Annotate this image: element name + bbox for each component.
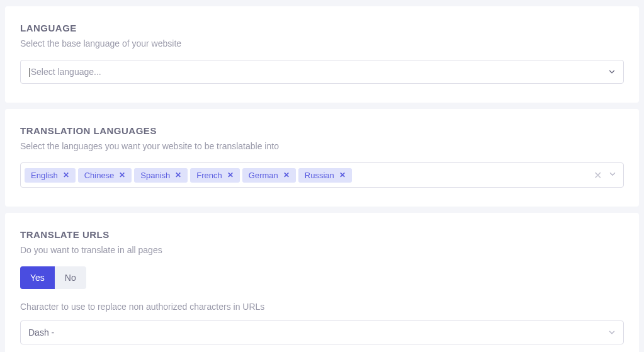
tag-label: Chinese xyxy=(84,171,115,180)
multiselect-controls: ✕ xyxy=(594,169,617,181)
urls-desc: Do you want to translate in all pages xyxy=(20,245,624,255)
no-button[interactable]: No xyxy=(55,266,86,289)
language-desc: Select the base language of your website xyxy=(20,38,624,48)
language-select-wrapper: |Select language... xyxy=(20,60,624,84)
language-tag: Chinese ✕ xyxy=(78,168,132,183)
remove-tag-icon[interactable]: ✕ xyxy=(62,171,71,179)
tag-label: Spanish xyxy=(140,171,170,180)
remove-tag-icon[interactable]: ✕ xyxy=(338,171,347,179)
language-tag: Spanish ✕ xyxy=(134,168,188,183)
language-tag: English ✕ xyxy=(25,168,76,183)
language-card: LANGUAGE Select the base language of you… xyxy=(5,6,639,103)
remove-tag-icon[interactable]: ✕ xyxy=(174,171,183,179)
chevron-down-icon[interactable] xyxy=(608,170,617,181)
tag-label: English xyxy=(31,171,58,180)
language-tag: French ✕ xyxy=(190,168,239,183)
url-char-select-wrapper: Dash - xyxy=(20,321,624,344)
language-select[interactable]: |Select language... xyxy=(20,60,624,84)
yes-button[interactable]: Yes xyxy=(20,266,55,289)
language-tag: German ✕ xyxy=(242,168,296,183)
tag-label: German xyxy=(249,171,278,180)
urls-title: TRANSLATE URLS xyxy=(20,229,624,240)
translation-title: TRANSLATION LANGUAGES xyxy=(20,125,624,136)
tag-label: French xyxy=(196,171,222,180)
translate-urls-card: TRANSLATE URLS Do you want to translate … xyxy=(5,213,639,352)
remove-tag-icon[interactable]: ✕ xyxy=(226,171,235,179)
language-placeholder: Select language... xyxy=(31,67,101,77)
language-tag: Russian ✕ xyxy=(298,168,352,183)
translation-card: TRANSLATION LANGUAGES Select the languag… xyxy=(5,109,639,207)
remove-tag-icon[interactable]: ✕ xyxy=(282,171,291,179)
remove-tag-icon[interactable]: ✕ xyxy=(118,171,127,179)
clear-all-icon[interactable]: ✕ xyxy=(594,169,602,181)
tag-label: Russian xyxy=(305,171,334,180)
url-char-select[interactable]: Dash - xyxy=(20,321,624,344)
translation-multiselect[interactable]: English ✕ Chinese ✕ Spanish ✕ French ✕ G… xyxy=(20,162,624,188)
translate-urls-toggle: Yes No xyxy=(20,266,86,289)
url-char-value: Dash - xyxy=(28,327,54,338)
translation-desc: Select the languages you want your websi… xyxy=(20,141,624,151)
url-char-label: Character to use to replace non authoriz… xyxy=(20,302,624,312)
language-title: LANGUAGE xyxy=(20,23,624,33)
